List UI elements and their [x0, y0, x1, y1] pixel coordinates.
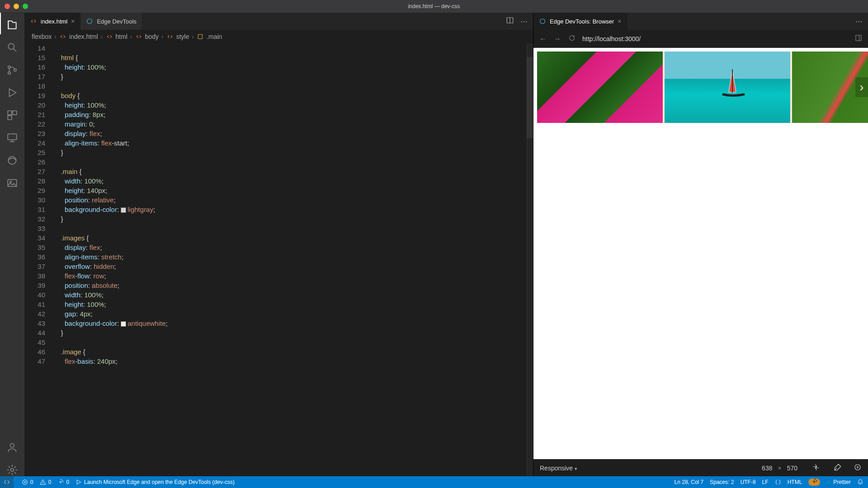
- activity-bar: [0, 13, 24, 476]
- ports-count[interactable]: 0: [57, 479, 69, 485]
- crumb[interactable]: style: [176, 33, 189, 40]
- minimize-window-icon[interactable]: [14, 4, 19, 9]
- cursor-position[interactable]: Ln 28, Col 7: [675, 479, 704, 485]
- viewport-width[interactable]: 638: [762, 465, 772, 472]
- svg-point-12: [11, 469, 14, 472]
- viewport-height[interactable]: 570: [787, 465, 797, 472]
- close-tab-icon[interactable]: ×: [618, 18, 621, 25]
- image-carousel: ‹ ›: [537, 52, 868, 123]
- eol[interactable]: LF: [762, 479, 769, 485]
- more-actions-icon[interactable]: ⋯: [520, 17, 528, 26]
- search-icon[interactable]: [6, 41, 19, 54]
- more-actions-icon[interactable]: ⋯: [855, 17, 863, 26]
- run-debug-icon[interactable]: [6, 86, 19, 99]
- maximize-window-icon[interactable]: [23, 4, 28, 9]
- code-content[interactable]: html { height: 100%; } body { height: 10…: [53, 43, 527, 476]
- svg-point-0: [8, 43, 14, 49]
- svg-point-13: [87, 19, 92, 24]
- minimap-slider[interactable]: [527, 57, 533, 138]
- tag-icon: [135, 33, 142, 40]
- tab-devtools-browser[interactable]: Edge DevTools: Browser ×: [533, 13, 627, 30]
- encoding[interactable]: UTF-8: [741, 479, 756, 485]
- reload-icon[interactable]: [568, 34, 576, 43]
- edge-icon: [539, 18, 546, 25]
- tab-label: index.html: [41, 18, 67, 25]
- crumb[interactable]: .main: [207, 33, 222, 40]
- remote-explorer-icon[interactable]: [6, 131, 19, 144]
- close-window-icon[interactable]: [5, 4, 10, 9]
- html-file-icon: [30, 18, 37, 25]
- svg-point-8: [8, 156, 16, 164]
- tag-icon: [106, 33, 113, 40]
- sailboat-icon: [665, 52, 790, 123]
- close-tab-icon[interactable]: ×: [71, 18, 75, 25]
- split-editor-icon[interactable]: [506, 16, 514, 26]
- window-controls: [0, 4, 28, 9]
- remote-indicator[interactable]: [0, 476, 14, 488]
- rotate-icon[interactable]: [812, 463, 820, 473]
- tab-label: Edge DevTools: [97, 18, 136, 25]
- svg-rect-4: [8, 111, 12, 115]
- back-icon[interactable]: ←: [539, 35, 547, 43]
- tab-edge-devtools[interactable]: Edge DevTools: [80, 13, 142, 30]
- launch-edge-hint[interactable]: Launch Microsoft Edge and open the Edge …: [75, 479, 235, 485]
- browser-preview[interactable]: ‹ ›: [533, 48, 868, 459]
- preview-image: [665, 52, 790, 123]
- tab-index-html[interactable]: index.html ×: [24, 13, 80, 30]
- line-gutter: 1415161718192021222324252627282930313233…: [24, 43, 53, 476]
- minimap[interactable]: [527, 43, 533, 476]
- dock-icon[interactable]: [854, 34, 863, 44]
- svg-rect-6: [8, 116, 12, 120]
- address-bar[interactable]: http://localhost:3000/: [582, 35, 848, 42]
- window-titlebar: index.html — dev-css: [0, 0, 868, 13]
- selector-icon: [197, 33, 204, 40]
- errors-count[interactable]: 0: [22, 479, 33, 485]
- svg-rect-15: [198, 34, 202, 38]
- responsive-mode-selector[interactable]: Responsive▾: [540, 465, 577, 472]
- crumb[interactable]: index.html: [69, 33, 98, 40]
- code-editor[interactable]: 1415161718192021222324252627282930313233…: [24, 43, 533, 476]
- source-control-icon[interactable]: [6, 64, 19, 76]
- tab-label: Edge DevTools: Browser: [550, 18, 614, 25]
- notifications-icon[interactable]: [857, 479, 863, 485]
- edge-tools-icon[interactable]: [6, 154, 19, 167]
- svg-rect-5: [13, 111, 17, 115]
- tag-icon: [166, 33, 174, 40]
- svg-point-19: [857, 467, 859, 468]
- explorer-icon[interactable]: [6, 19, 19, 31]
- screenshot-icon[interactable]: [834, 463, 842, 473]
- prettier-status[interactable]: ✓Prettier: [826, 479, 851, 485]
- braces-icon[interactable]: [775, 479, 781, 485]
- svg-point-21: [60, 481, 62, 483]
- svg-point-16: [540, 19, 545, 24]
- svg-rect-7: [8, 134, 17, 140]
- editor-tabs: index.html × Edge DevTools ⋯: [24, 13, 533, 30]
- svg-rect-17: [856, 35, 861, 41]
- crumb[interactable]: body: [145, 33, 159, 40]
- breadcrumbs[interactable]: flexbox› index.html› html› body› style› …: [24, 30, 533, 43]
- forward-icon[interactable]: →: [553, 35, 561, 43]
- device-toolbar: Responsive▾ 638 × 570: [533, 459, 868, 476]
- account-icon[interactable]: [6, 441, 19, 454]
- live-preview-badge[interactable]: [808, 479, 820, 486]
- indentation[interactable]: Spaces: 2: [710, 479, 734, 485]
- warnings-count[interactable]: 0: [40, 479, 52, 485]
- inspect-icon[interactable]: [854, 463, 862, 473]
- devtools-tabs: Edge DevTools: Browser × ⋯: [533, 13, 868, 30]
- settings-gear-icon[interactable]: [6, 464, 19, 476]
- image-tool-icon[interactable]: [6, 177, 19, 189]
- chevron-down-icon: ▾: [575, 466, 577, 471]
- edge-icon: [86, 18, 93, 25]
- window-title: index.html — dev-css: [408, 3, 460, 9]
- preview-image: [537, 52, 663, 123]
- html-file-icon: [59, 33, 66, 40]
- carousel-next-icon[interactable]: ›: [855, 77, 868, 97]
- browser-toolbar: ← → http://localhost:3000/: [533, 30, 868, 48]
- extensions-icon[interactable]: [6, 109, 19, 122]
- language-mode[interactable]: HTML: [788, 479, 802, 485]
- dimension-sep: ×: [778, 465, 781, 472]
- crumb[interactable]: flexbox: [32, 33, 52, 40]
- crumb[interactable]: html: [116, 33, 127, 40]
- editor-actions: ⋯: [506, 13, 533, 30]
- svg-point-10: [10, 181, 11, 183]
